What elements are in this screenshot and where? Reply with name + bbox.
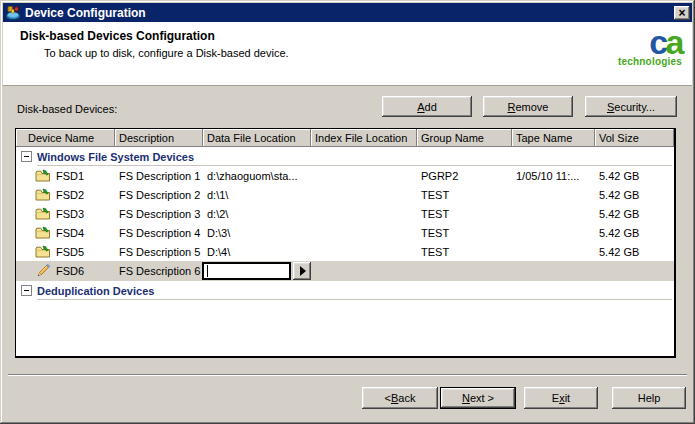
column-header-group-name[interactable]: Group Name xyxy=(417,129,512,147)
remove-button[interactable]: Remove xyxy=(483,96,573,117)
device-name-cell: FSD2 xyxy=(16,185,115,204)
index-file-cell xyxy=(311,185,417,204)
group-row-deduplication-devices[interactable]: Deduplication Devices xyxy=(16,281,674,300)
data-file-cell: D:\3\ xyxy=(203,223,311,242)
page-subtitle: To back up to disk, configure a Disk-bas… xyxy=(44,47,289,59)
index-file-cell xyxy=(311,204,417,223)
device-row-fsd2[interactable]: FSD2FS Description 2d:\1\TEST5.42 GB xyxy=(16,185,674,204)
data-file-location-input[interactable] xyxy=(204,264,289,278)
ca-logo-caption: technologies xyxy=(618,57,682,67)
page-title: Disk-based Devices Configuration xyxy=(20,29,215,43)
data-file-location-editbox[interactable] xyxy=(202,262,291,280)
description-cell: FS Description 4 xyxy=(115,223,203,242)
device-row-fsd5[interactable]: FSD5FS Description 5D:\4\TEST5.42 GB xyxy=(16,242,674,261)
device-configuration-icon xyxy=(5,5,21,21)
vol-size-cell xyxy=(595,261,674,281)
ca-logo-mark: ca xyxy=(618,26,682,58)
text-caret xyxy=(207,265,208,277)
device-name-cell: FSD5 xyxy=(16,242,115,261)
description-cell: FS Description 5 xyxy=(115,242,203,261)
device-name-cell: FSD4 xyxy=(16,223,115,242)
titlebar[interactable]: Device Configuration × xyxy=(3,3,692,22)
group-label: Windows File System Devices xyxy=(37,151,194,163)
device-row-fsd3[interactable]: FSD3FS Description 3d:\2\TEST5.42 GB xyxy=(16,204,674,223)
device-row-fsd6[interactable]: FSD6FS Description 6 xyxy=(16,261,674,281)
column-header-index-file-location[interactable]: Index File Location xyxy=(311,129,417,147)
pencil-icon xyxy=(35,263,51,279)
device-name-cell: FSD3 xyxy=(16,204,115,223)
add-button[interactable]: Add xyxy=(382,96,472,117)
vol-size-cell: 5.42 GB xyxy=(595,204,674,223)
tape-name-cell xyxy=(512,261,595,281)
group-row-windows-file-system-devices[interactable]: Windows File System Devices xyxy=(16,147,674,166)
folder-checkin-icon xyxy=(35,168,51,184)
device-row-fsd1[interactable]: FSD1FS Description 1d:\zhaoguom\sta...PG… xyxy=(16,166,674,185)
tape-name-cell xyxy=(512,223,595,242)
collapse-expander-icon[interactable] xyxy=(21,285,32,296)
help-button[interactable]: Help xyxy=(612,387,686,409)
window-title: Device Configuration xyxy=(25,6,146,20)
column-header-data-file-location[interactable]: Data File Location xyxy=(203,129,311,147)
data-file-cell xyxy=(203,261,311,281)
close-button[interactable]: × xyxy=(674,6,690,20)
tape-name-cell xyxy=(512,204,595,223)
back-button[interactable]: < Back xyxy=(362,387,438,409)
description-cell: FS Description 6 xyxy=(115,261,203,281)
vol-size-cell: 5.42 GB xyxy=(595,166,674,185)
device-table-header: Device NameDescriptionData File Location… xyxy=(16,129,674,147)
device-table-body: Windows File System DevicesFSD1FS Descri… xyxy=(16,147,674,300)
footer-divider xyxy=(8,374,687,376)
device-name-cell: FSD1 xyxy=(16,166,115,185)
column-header-device-name[interactable]: Device Name xyxy=(16,129,115,147)
devices-label: Disk-based Devices: xyxy=(17,103,117,115)
device-name-cell: FSD6 xyxy=(16,261,115,281)
tape-name-cell xyxy=(512,185,595,204)
device-table: Device NameDescriptionData File Location… xyxy=(15,128,676,358)
device-name-text: FSD6 xyxy=(56,265,84,277)
group-underline xyxy=(37,165,672,166)
collapse-expander-icon[interactable] xyxy=(21,151,32,162)
column-header-description[interactable]: Description xyxy=(115,129,203,147)
index-file-cell xyxy=(311,261,417,281)
browse-arrow-button[interactable] xyxy=(293,262,311,280)
device-name-text: FSD4 xyxy=(56,227,84,239)
tape-name-cell: 1/05/10 11:... xyxy=(512,166,595,185)
wizard-header: Disk-based Devices Configuration To back… xyxy=(3,22,692,86)
vol-size-cell: 5.42 GB xyxy=(595,242,674,261)
device-name-text: FSD3 xyxy=(56,208,84,220)
index-file-cell xyxy=(311,166,417,185)
device-name-text: FSD5 xyxy=(56,246,84,258)
exit-button[interactable]: Exit xyxy=(524,387,598,409)
close-icon: × xyxy=(678,8,685,18)
right-triangle-icon xyxy=(300,266,306,276)
device-name-text: FSD2 xyxy=(56,189,84,201)
next-button[interactable]: Next > xyxy=(440,387,516,409)
vol-size-cell: 5.42 GB xyxy=(595,223,674,242)
column-header-vol-size[interactable]: Vol Size xyxy=(595,129,674,147)
data-file-cell: d:\zhaoguom\sta... xyxy=(203,166,311,185)
group-name-cell xyxy=(417,261,512,281)
description-cell: FS Description 1 xyxy=(115,166,203,185)
group-name-cell: TEST xyxy=(417,223,512,242)
folder-checkin-icon xyxy=(35,187,51,203)
folder-checkin-icon xyxy=(35,244,51,260)
device-name-text: FSD1 xyxy=(56,170,84,182)
folder-checkin-icon xyxy=(35,206,51,222)
description-cell: FS Description 3 xyxy=(115,204,203,223)
index-file-cell xyxy=(311,242,417,261)
device-configuration-window: Device Configuration × Disk-based Device… xyxy=(0,0,695,424)
index-file-cell xyxy=(311,223,417,242)
data-file-cell: d:\1\ xyxy=(203,185,311,204)
group-name-cell: TEST xyxy=(417,204,512,223)
device-row-fsd4[interactable]: FSD4FS Description 4D:\3\TEST5.42 GB xyxy=(16,223,674,242)
column-header-tape-name[interactable]: Tape Name xyxy=(512,129,595,147)
security-button[interactable]: Security... xyxy=(585,96,677,117)
tape-name-cell xyxy=(512,242,595,261)
group-name-cell: PGRP2 xyxy=(417,166,512,185)
group-name-cell: TEST xyxy=(417,185,512,204)
group-name-cell: TEST xyxy=(417,242,512,261)
folder-checkin-icon xyxy=(35,225,51,241)
ca-technologies-logo: ca technologies xyxy=(618,26,682,67)
group-underline xyxy=(37,299,672,300)
vol-size-cell: 5.42 GB xyxy=(595,185,674,204)
